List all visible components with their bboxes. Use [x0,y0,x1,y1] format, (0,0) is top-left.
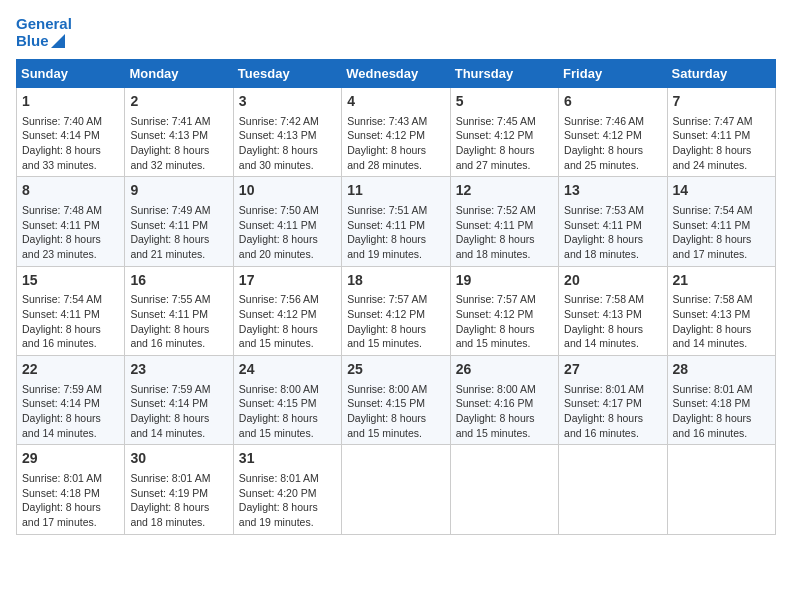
day-number: 20 [564,271,661,291]
calendar-cell: 14Sunrise: 7:54 AMSunset: 4:11 PMDayligh… [667,177,775,266]
day-info-line: Daylight: 8 hours and 23 minutes. [22,232,119,261]
svg-marker-0 [51,34,65,48]
day-info-line: Daylight: 8 hours and 18 minutes. [564,232,661,261]
calendar-cell: 15Sunrise: 7:54 AMSunset: 4:11 PMDayligh… [17,266,125,355]
day-number: 15 [22,271,119,291]
day-number: 14 [673,181,770,201]
day-number: 23 [130,360,227,380]
day-info-line: Sunset: 4:11 PM [130,307,227,322]
day-info-line: Sunset: 4:12 PM [239,307,336,322]
calendar-cell: 10Sunrise: 7:50 AMSunset: 4:11 PMDayligh… [233,177,341,266]
calendar-cell: 2Sunrise: 7:41 AMSunset: 4:13 PMDaylight… [125,88,233,177]
day-info-line: Sunset: 4:19 PM [130,486,227,501]
calendar-week-row: 22Sunrise: 7:59 AMSunset: 4:14 PMDayligh… [17,356,776,445]
day-info-line: Daylight: 8 hours and 17 minutes. [22,500,119,529]
calendar-cell [342,445,450,534]
calendar-header: SundayMondayTuesdayWednesdayThursdayFrid… [17,60,776,88]
day-number: 6 [564,92,661,112]
day-info-line: Daylight: 8 hours and 16 minutes. [130,322,227,351]
day-info-line: Sunset: 4:11 PM [673,218,770,233]
calendar-cell: 27Sunrise: 8:01 AMSunset: 4:17 PMDayligh… [559,356,667,445]
calendar-cell: 12Sunrise: 7:52 AMSunset: 4:11 PMDayligh… [450,177,558,266]
day-info-line: Sunrise: 7:49 AM [130,203,227,218]
day-info-line: Sunrise: 7:52 AM [456,203,553,218]
day-info-line: Sunrise: 8:00 AM [456,382,553,397]
day-info-line: Sunset: 4:13 PM [239,128,336,143]
day-info-line: Sunset: 4:12 PM [456,128,553,143]
calendar-cell: 17Sunrise: 7:56 AMSunset: 4:12 PMDayligh… [233,266,341,355]
day-info-line: Sunset: 4:12 PM [347,307,444,322]
calendar-cell: 24Sunrise: 8:00 AMSunset: 4:15 PMDayligh… [233,356,341,445]
day-info-line: Sunrise: 8:00 AM [239,382,336,397]
day-info-line: Sunset: 4:18 PM [673,396,770,411]
calendar-cell: 19Sunrise: 7:57 AMSunset: 4:12 PMDayligh… [450,266,558,355]
day-info-line: Sunrise: 7:53 AM [564,203,661,218]
calendar-cell: 3Sunrise: 7:42 AMSunset: 4:13 PMDaylight… [233,88,341,177]
day-info-line: Sunrise: 8:00 AM [347,382,444,397]
day-of-week-header: Friday [559,60,667,88]
day-of-week-header: Saturday [667,60,775,88]
day-number: 16 [130,271,227,291]
calendar-table: SundayMondayTuesdayWednesdayThursdayFrid… [16,59,776,535]
day-of-week-header: Monday [125,60,233,88]
day-number: 2 [130,92,227,112]
day-info-line: Sunrise: 7:42 AM [239,114,336,129]
day-info-line: Sunset: 4:12 PM [456,307,553,322]
calendar-cell: 11Sunrise: 7:51 AMSunset: 4:11 PMDayligh… [342,177,450,266]
day-number: 5 [456,92,553,112]
day-info-line: Sunset: 4:14 PM [22,396,119,411]
calendar-cell: 5Sunrise: 7:45 AMSunset: 4:12 PMDaylight… [450,88,558,177]
calendar-cell: 28Sunrise: 8:01 AMSunset: 4:18 PMDayligh… [667,356,775,445]
day-number: 22 [22,360,119,380]
day-number: 25 [347,360,444,380]
day-info-line: Sunset: 4:14 PM [22,128,119,143]
day-number: 26 [456,360,553,380]
day-info-line: Sunrise: 7:46 AM [564,114,661,129]
day-info-line: Sunset: 4:17 PM [564,396,661,411]
day-info-line: Sunset: 4:20 PM [239,486,336,501]
day-info-line: Sunrise: 7:41 AM [130,114,227,129]
day-info-line: Daylight: 8 hours and 14 minutes. [22,411,119,440]
day-info-line: Daylight: 8 hours and 18 minutes. [456,232,553,261]
day-info-line: Sunrise: 8:01 AM [22,471,119,486]
day-info-line: Daylight: 8 hours and 16 minutes. [564,411,661,440]
day-info-line: Sunset: 4:13 PM [130,128,227,143]
day-number: 13 [564,181,661,201]
day-info-line: Sunrise: 7:59 AM [130,382,227,397]
day-info-line: Daylight: 8 hours and 14 minutes. [673,322,770,351]
day-info-line: Sunrise: 7:45 AM [456,114,553,129]
day-number: 19 [456,271,553,291]
calendar-cell: 9Sunrise: 7:49 AMSunset: 4:11 PMDaylight… [125,177,233,266]
calendar-body: 1Sunrise: 7:40 AMSunset: 4:14 PMDaylight… [17,88,776,535]
day-info-line: Daylight: 8 hours and 15 minutes. [347,322,444,351]
day-info-line: Sunrise: 7:55 AM [130,292,227,307]
day-info-line: Sunset: 4:11 PM [673,128,770,143]
calendar-cell: 31Sunrise: 8:01 AMSunset: 4:20 PMDayligh… [233,445,341,534]
calendar-cell: 16Sunrise: 7:55 AMSunset: 4:11 PMDayligh… [125,266,233,355]
day-info-line: Sunset: 4:13 PM [673,307,770,322]
calendar-cell: 13Sunrise: 7:53 AMSunset: 4:11 PMDayligh… [559,177,667,266]
day-info-line: Daylight: 8 hours and 15 minutes. [239,411,336,440]
day-number: 31 [239,449,336,469]
logo-graphic: General Blue [16,16,72,49]
day-number: 29 [22,449,119,469]
day-info-line: Daylight: 8 hours and 14 minutes. [130,411,227,440]
logo: General Blue [16,16,72,49]
day-info-line: Sunrise: 7:54 AM [22,292,119,307]
calendar-cell: 21Sunrise: 7:58 AMSunset: 4:13 PMDayligh… [667,266,775,355]
day-info-line: Daylight: 8 hours and 16 minutes. [22,322,119,351]
calendar-week-row: 1Sunrise: 7:40 AMSunset: 4:14 PMDaylight… [17,88,776,177]
day-info-line: Daylight: 8 hours and 27 minutes. [456,143,553,172]
day-info-line: Sunrise: 7:59 AM [22,382,119,397]
day-info-line: Sunrise: 7:57 AM [456,292,553,307]
calendar-cell: 4Sunrise: 7:43 AMSunset: 4:12 PMDaylight… [342,88,450,177]
calendar-cell: 25Sunrise: 8:00 AMSunset: 4:15 PMDayligh… [342,356,450,445]
day-number: 28 [673,360,770,380]
day-number: 10 [239,181,336,201]
calendar-cell: 30Sunrise: 8:01 AMSunset: 4:19 PMDayligh… [125,445,233,534]
day-info-line: Sunrise: 7:48 AM [22,203,119,218]
day-info-line: Sunrise: 7:50 AM [239,203,336,218]
calendar-week-row: 8Sunrise: 7:48 AMSunset: 4:11 PMDaylight… [17,177,776,266]
day-number: 21 [673,271,770,291]
day-info-line: Daylight: 8 hours and 18 minutes. [130,500,227,529]
